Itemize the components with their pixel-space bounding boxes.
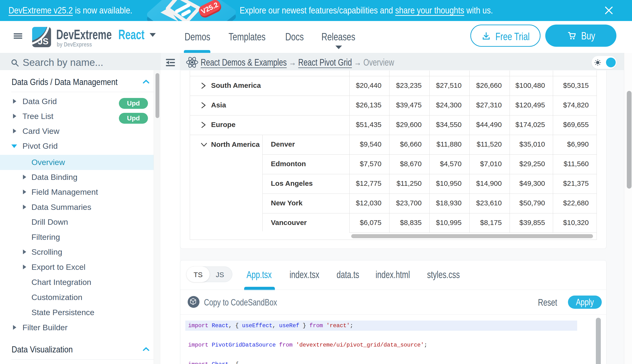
- svg-text:JS: JS: [38, 36, 49, 46]
